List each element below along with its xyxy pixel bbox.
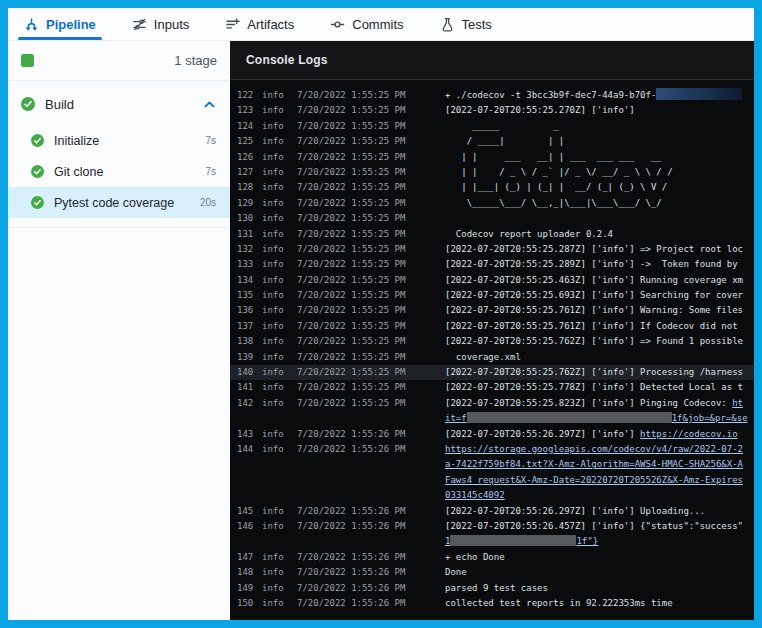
log-row[interactable]: 125info7/20/2022 1:55:25 PM / ____| | | bbox=[230, 134, 754, 149]
log-message: \_____\___/ \__,_|\___|\___\___/ \_/ bbox=[445, 196, 754, 211]
log-text: [2022-07-20T20:55:25.761Z] ['info'] Warn… bbox=[445, 305, 743, 315]
log-row[interactable]: 126info7/20/2022 1:55:25 PM | | ___ __| … bbox=[230, 150, 754, 165]
redacted-value bbox=[656, 88, 742, 100]
log-row[interactable]: 149info7/20/2022 1:55:26 PMparsed 9 test… bbox=[230, 581, 754, 596]
stage-group-build[interactable]: Build bbox=[8, 90, 230, 118]
log-row[interactable]: 146info7/20/2022 1:55:26 PM[2022-07-20T2… bbox=[230, 519, 754, 534]
tab-label: Artifacts bbox=[247, 17, 294, 32]
log-row[interactable]: 140info7/20/2022 1:55:25 PM[2022-07-20T2… bbox=[230, 365, 754, 380]
log-message: [2022-07-20T20:55:25.270Z] ['info'] bbox=[445, 103, 754, 118]
log-lvl: info bbox=[262, 596, 297, 611]
log-text: parsed 9 test cases bbox=[445, 583, 548, 593]
log-row[interactable]: a-7422f759bf84.txt?X-Amz-Algorithm=AWS4-… bbox=[230, 457, 754, 472]
log-ts: 7/20/2022 1:55:25 PM bbox=[297, 180, 445, 195]
log-link[interactable]: ht bbox=[732, 398, 743, 408]
log-link[interactable]: https://storage.googleapis.com/codecov/v… bbox=[445, 444, 743, 454]
log-lvl: info bbox=[262, 119, 297, 134]
log-ts: 7/20/2022 1:55:25 PM bbox=[297, 319, 445, 334]
log-lvl: info bbox=[262, 550, 297, 565]
log-text: Done bbox=[445, 567, 467, 577]
log-message: / ____| | | bbox=[445, 134, 754, 149]
log-num: 131 bbox=[237, 227, 262, 242]
log-row[interactable]: 133info7/20/2022 1:55:25 PM[2022-07-20T2… bbox=[230, 257, 754, 272]
log-row[interactable]: 132info7/20/2022 1:55:25 PM[2022-07-20T2… bbox=[230, 242, 754, 257]
log-num bbox=[237, 534, 262, 549]
log-ts bbox=[297, 534, 445, 549]
log-message: https://storage.googleapis.com/codecov/v… bbox=[445, 442, 754, 457]
log-row[interactable]: 122info7/20/2022 1:55:25 PM+ ./codecov -… bbox=[230, 88, 754, 103]
log-row[interactable]: 11f"} bbox=[230, 534, 754, 549]
log-row[interactable]: 143info7/20/2022 1:55:26 PM[2022-07-20T2… bbox=[230, 427, 754, 442]
log-num: 136 bbox=[237, 303, 262, 318]
step-duration: 7s bbox=[205, 166, 216, 177]
tab-tests[interactable]: Tests bbox=[440, 8, 492, 40]
log-row[interactable]: 139info7/20/2022 1:55:25 PM coverage.xml bbox=[230, 350, 754, 365]
console-panel: Console Logs 122info7/20/2022 1:55:25 PM… bbox=[230, 41, 754, 620]
log-row[interactable]: 148info7/20/2022 1:55:26 PMDone bbox=[230, 565, 754, 580]
log-row[interactable]: 123info7/20/2022 1:55:25 PM[2022-07-20T2… bbox=[230, 103, 754, 118]
step-git-clone[interactable]: Git clone 7s bbox=[8, 156, 230, 187]
log-row[interactable]: 136info7/20/2022 1:55:25 PM[2022-07-20T2… bbox=[230, 303, 754, 318]
log-link[interactable]: Faws4_request&X-Amz-Date=20220720T205526… bbox=[445, 475, 743, 485]
log-message: Codecov report uploader 0.2.4 bbox=[445, 227, 754, 242]
log-lvl: info bbox=[262, 365, 297, 380]
tab-inputs[interactable]: Inputs bbox=[132, 8, 189, 40]
log-row[interactable]: 131info7/20/2022 1:55:25 PM Codecov repo… bbox=[230, 227, 754, 242]
log-text: [2022-07-20T20:55:25.287Z] ['info'] => P… bbox=[445, 244, 743, 254]
step-pytest-code-coverage[interactable]: Pytest code coverage 20s bbox=[8, 187, 230, 218]
log-num: 132 bbox=[237, 242, 262, 257]
log-row[interactable]: 124info7/20/2022 1:55:25 PM _____ _ bbox=[230, 119, 754, 134]
log-lvl: info bbox=[262, 242, 297, 257]
log-row[interactable]: 129info7/20/2022 1:55:25 PM \_____\___/ … bbox=[230, 196, 754, 211]
log-text: _____ _ bbox=[445, 121, 559, 131]
tab-commits[interactable]: Commits bbox=[330, 8, 403, 40]
log-row[interactable]: 135info7/20/2022 1:55:25 PM[2022-07-20T2… bbox=[230, 288, 754, 303]
log-row[interactable]: 141info7/20/2022 1:55:25 PM[2022-07-20T2… bbox=[230, 380, 754, 395]
log-row[interactable]: 033145c4092 bbox=[230, 488, 754, 503]
log-ts: 7/20/2022 1:55:25 PM bbox=[297, 119, 445, 134]
log-lvl: info bbox=[262, 211, 297, 226]
log-num: 142 bbox=[237, 396, 262, 411]
log-lvl: info bbox=[262, 180, 297, 195]
log-message: [2022-07-20T20:55:25.693Z] ['info'] Sear… bbox=[445, 288, 754, 303]
log-row[interactable]: 127info7/20/2022 1:55:25 PM | | / _ \ / … bbox=[230, 165, 754, 180]
log-link[interactable]: https://codecov.io bbox=[640, 429, 738, 439]
log-ts: 7/20/2022 1:55:25 PM bbox=[297, 396, 445, 411]
log-num: 133 bbox=[237, 257, 262, 272]
log-link[interactable]: a-7422f759bf84.txt?X-Amz-Algorithm=AWS4-… bbox=[445, 459, 743, 469]
log-link[interactable]: 033145c4092 bbox=[445, 490, 505, 500]
console-log-list[interactable]: 122info7/20/2022 1:55:25 PM+ ./codecov -… bbox=[230, 80, 754, 620]
log-row[interactable]: 142info7/20/2022 1:55:25 PM[2022-07-20T2… bbox=[230, 396, 754, 411]
log-link[interactable]: 1f"} bbox=[576, 536, 598, 546]
log-num: 134 bbox=[237, 273, 262, 288]
log-row[interactable]: 130info7/20/2022 1:55:25 PM bbox=[230, 211, 754, 226]
tab-artifacts[interactable]: Artifacts bbox=[225, 8, 294, 40]
log-row[interactable]: 147info7/20/2022 1:55:26 PM+ echo Done bbox=[230, 550, 754, 565]
step-initialize[interactable]: Initialize 7s bbox=[8, 125, 230, 156]
log-row[interactable]: 150info7/20/2022 1:55:26 PMcollected tes… bbox=[230, 596, 754, 611]
log-ts: 7/20/2022 1:55:25 PM bbox=[297, 242, 445, 257]
log-row[interactable]: 128info7/20/2022 1:55:25 PM | |___| (_) … bbox=[230, 180, 754, 195]
log-row[interactable]: 137info7/20/2022 1:55:25 PM[2022-07-20T2… bbox=[230, 319, 754, 334]
log-row[interactable]: it=f1f&job=&pr=&se bbox=[230, 411, 754, 426]
chevron-up-icon[interactable] bbox=[204, 101, 215, 108]
log-row[interactable]: 145info7/20/2022 1:55:26 PM[2022-07-20T2… bbox=[230, 504, 754, 519]
log-text: | |___| (_) | (_| | __/ (_| (_) \ V / bbox=[445, 182, 667, 192]
log-message: [2022-07-20T20:55:25.762Z] ['info'] Proc… bbox=[445, 365, 754, 380]
log-ts: 7/20/2022 1:55:26 PM bbox=[297, 519, 445, 534]
log-num: 139 bbox=[237, 350, 262, 365]
log-message: [2022-07-20T20:55:25.762Z] ['info'] => F… bbox=[445, 334, 754, 349]
log-message: [2022-07-20T20:55:25.463Z] ['info'] Runn… bbox=[445, 273, 754, 288]
log-lvl: info bbox=[262, 134, 297, 149]
log-row[interactable]: 138info7/20/2022 1:55:25 PM[2022-07-20T2… bbox=[230, 334, 754, 349]
log-message: | | / _ \ / _` |/ _ \/ __/ _ \ \ / / bbox=[445, 165, 754, 180]
log-row[interactable]: Faws4_request&X-Amz-Date=20220720T205526… bbox=[230, 473, 754, 488]
log-link[interactable]: it=f bbox=[445, 413, 467, 423]
log-row[interactable]: 134info7/20/2022 1:55:25 PM[2022-07-20T2… bbox=[230, 273, 754, 288]
log-lvl bbox=[262, 534, 297, 549]
log-row[interactable]: 144info7/20/2022 1:55:26 PMhttps://stora… bbox=[230, 442, 754, 457]
log-text: [2022-07-20T20:55:25.270Z] ['info'] bbox=[445, 105, 635, 115]
log-lvl bbox=[262, 411, 297, 426]
log-link[interactable]: 1f&job=&pr=&se bbox=[672, 413, 748, 423]
tab-pipeline[interactable]: Pipeline bbox=[24, 8, 96, 40]
